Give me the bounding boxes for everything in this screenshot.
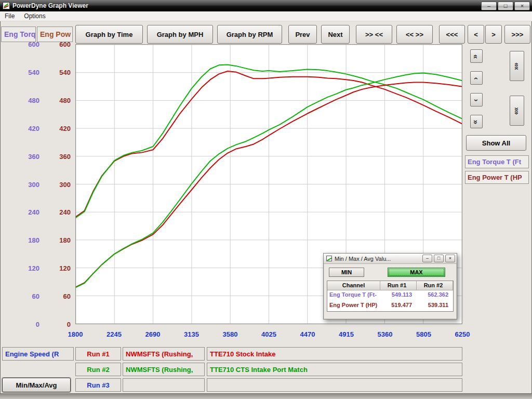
rpm-axis: 1800224526903135358040254470491553605805…: [75, 330, 462, 340]
next-button[interactable]: Next: [321, 25, 350, 44]
graph-by-mph-button[interactable]: Graph by MPH: [147, 25, 213, 44]
scroll-far-right-button[interactable]: >>>: [504, 25, 530, 44]
maximize-button[interactable]: □: [498, 2, 513, 10]
run-desc-box-1: TTE710 Stock Intake: [207, 347, 462, 361]
run-file-box-2: NWMSFTS (Rushing,: [123, 363, 205, 376]
run-name-box-1[interactable]: Run #1: [75, 347, 121, 361]
min-button[interactable]: MIN: [329, 268, 364, 277]
power-axis: 600540480420360300240180120600: [47, 44, 71, 324]
minmax-window-icon: [326, 256, 332, 261]
power-axis-tick-label: 60: [63, 292, 71, 300]
rpm-axis-tick-label: 2690: [145, 330, 161, 338]
rpm-axis-tick-label: 1800: [68, 330, 83, 338]
x-axis-channel-label[interactable]: Engine Speed (R: [2, 347, 74, 361]
run1-value-cell: 519.477: [380, 301, 417, 311]
minmax-window-title: Min / Max / Avg Valu...: [335, 256, 421, 262]
minmax-title-bar: Min / Max / Avg Valu... – □ ×: [324, 254, 457, 264]
run-name-box-2[interactable]: Run #2: [75, 363, 121, 376]
show-all-button[interactable]: Show All: [466, 135, 526, 151]
chevron-up-icon: ‹: [472, 77, 481, 79]
window-bottom-frame: [0, 393, 532, 399]
rpm-axis-tick-label: 3135: [184, 330, 199, 338]
rpm-axis-tick-label: 4025: [261, 330, 276, 338]
window-controls: – □ ×: [481, 2, 532, 10]
torque-axis-tick-label: 300: [28, 180, 39, 188]
max-button[interactable]: MAX: [388, 268, 445, 277]
close-button[interactable]: ×: [514, 2, 530, 10]
minmax-table-row: Eng Power T (HP)519.477539.311: [327, 301, 453, 311]
legend-torque[interactable]: Eng Torque T (Ft: [465, 155, 529, 168]
quad-chevron-down-icon: »»: [513, 107, 521, 114]
torque-axis-shift-down-button[interactable]: ›: [470, 93, 483, 107]
torque-axis-tick-label: 60: [32, 292, 39, 300]
column-header-run1[interactable]: Run #1: [380, 281, 417, 290]
minmax-table-row: Eng Torque T (Ft-549.113562.362: [327, 290, 453, 301]
power-axis-tick-label: 180: [59, 236, 71, 244]
torque-axis-tick-label: 180: [28, 236, 39, 244]
zoom-x-expand-button[interactable]: << >>: [396, 25, 433, 44]
legend-power[interactable]: Eng Power T (HP: [465, 171, 529, 184]
run-desc-box-2: TTE710 CTS Intake Port Match: [207, 363, 462, 376]
power-axis-tick-label: 480: [59, 96, 71, 104]
minmax-restore-button[interactable]: □: [434, 255, 444, 262]
power-axis-tick-label: 600: [59, 41, 71, 48]
torque-axis-tick-label: 120: [28, 264, 39, 272]
menu-item-file[interactable]: File: [0, 11, 19, 21]
torque-axis-shift-up-button[interactable]: ‹: [470, 71, 483, 85]
rpm-axis-tick-label: 4470: [300, 330, 315, 338]
minmax-mode-buttons: MIN MAX: [327, 268, 454, 277]
power-axis-tick-label: 120: [59, 264, 71, 272]
minmax-close-button[interactable]: ×: [445, 255, 455, 262]
channel-tab-torque[interactable]: Eng Torq: [1, 26, 36, 42]
zoom-x-compress-button[interactable]: >> <<: [356, 25, 392, 44]
rpm-axis-tick-label: 2245: [107, 330, 122, 338]
scroll-far-left-button[interactable]: <<<: [439, 25, 465, 44]
power-axis-tick-label: 540: [59, 68, 71, 76]
prev-button[interactable]: Prev: [288, 25, 317, 44]
torque-axis-tick-label: 420: [28, 124, 39, 132]
channel-tab-power[interactable]: Eng Pow: [37, 26, 73, 42]
torque-axis-tick-label: 360: [28, 152, 39, 160]
minimize-button[interactable]: –: [481, 2, 497, 10]
power-axis-tick-label: 240: [59, 208, 71, 216]
power-axis-scale-up-button[interactable]: ««: [510, 51, 524, 81]
double-chevron-down-icon: »: [472, 119, 481, 123]
channel-name-cell: Eng Torque T (Ft-: [327, 290, 380, 301]
run2-value-cell: 539.311: [417, 301, 453, 311]
double-chevron-up-icon: «: [472, 54, 481, 58]
torque-axis: 600540480420360300240180120600: [16, 44, 39, 324]
column-header-run2[interactable]: Run #2: [417, 281, 453, 290]
run2-value-cell: 562.362: [417, 290, 453, 301]
minmax-table: Channel Run #1 Run #2 Eng Torque T (Ft-5…: [327, 281, 454, 312]
minmax-window: Min / Max / Avg Valu... – □ × MIN MAX Ch…: [323, 253, 457, 320]
graph-by-rpm-button[interactable]: Graph by RPM: [217, 25, 282, 44]
minmax-table-header: Channel Run #1 Run #2: [327, 281, 453, 290]
run-name-box-3[interactable]: Run #3: [75, 378, 121, 392]
torque-axis-tick-label: 0: [36, 321, 39, 328]
rpm-axis-tick-label: 3580: [223, 330, 238, 338]
torque-axis-tick-label: 600: [28, 41, 39, 48]
app-icon: [3, 2, 10, 9]
rpm-axis-tick-label: 5360: [378, 330, 393, 338]
minmax-avg-button[interactable]: Min/Max/Avg: [2, 378, 71, 392]
power-axis-tick-label: 360: [59, 152, 71, 160]
toolbar: Graph by TimeGraph by MPHGraph by RPMPre…: [75, 25, 530, 44]
rpm-axis-tick-label: 6250: [455, 330, 470, 338]
rpm-axis-tick-label: 4915: [339, 330, 354, 338]
run-file-box-1: NWMSFTS (Rushing,: [123, 347, 205, 361]
power-axis-tick-label: 300: [59, 180, 71, 188]
scroll-left-button[interactable]: <: [468, 25, 484, 44]
torque-axis-scale-down-button[interactable]: »: [470, 115, 483, 128]
rpm-axis-tick-label: 5805: [416, 330, 431, 338]
scroll-right-button[interactable]: >: [485, 25, 502, 44]
power-axis-scale-down-button[interactable]: »»: [510, 96, 524, 126]
torque-axis-tick-label: 540: [28, 68, 39, 76]
title-bar: PowerDyne Graph Viewer – □ ×: [0, 0, 532, 11]
quad-chevron-up-icon: ««: [513, 62, 521, 70]
minmax-minimize-button[interactable]: –: [422, 255, 432, 262]
torque-axis-scale-up-button[interactable]: «: [470, 49, 483, 63]
graph-by-time-button[interactable]: Graph by Time: [75, 25, 143, 44]
menu-item-options[interactable]: Options: [19, 11, 50, 21]
column-header-channel[interactable]: Channel: [327, 281, 380, 290]
run-file-box-3: [123, 378, 205, 392]
